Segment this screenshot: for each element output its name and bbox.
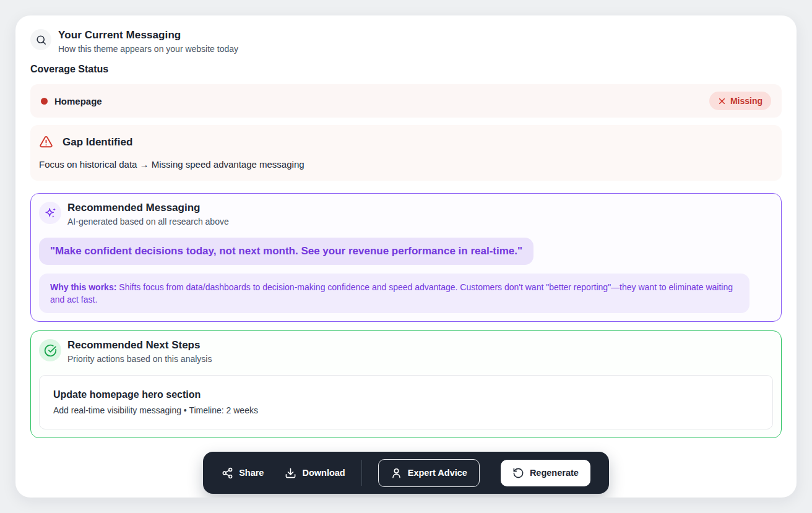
regenerate-button[interactable]: Regenerate <box>501 460 590 486</box>
next-steps-header-text: Recommended Next Steps Priority actions … <box>67 339 212 364</box>
toolbar-divider <box>361 460 362 486</box>
check-circle-icon <box>39 339 61 361</box>
user-icon <box>391 467 402 479</box>
panel-header: Your Current Messaging How this theme ap… <box>30 29 782 54</box>
action-item-title: Update homepage hero section <box>53 389 759 400</box>
expert-advice-button-label: Expert Advice <box>408 468 467 478</box>
why-this-works: Why this works:Shifts focus from data/da… <box>39 274 749 313</box>
header-text: Your Current Messaging How this theme ap… <box>58 29 238 54</box>
next-steps-title: Recommended Next Steps <box>67 339 212 351</box>
recommended-messaging-title: Recommended Messaging <box>67 202 229 214</box>
gap-description: Focus on historical data → Missing speed… <box>39 159 773 170</box>
action-item-meta: Add real-time visibility messaging • Tim… <box>53 405 759 415</box>
rotate-ccw-icon <box>512 467 524 479</box>
main-panel: Your Current Messaging How this theme ap… <box>15 15 797 498</box>
status-dot <box>41 98 48 105</box>
x-icon <box>718 97 726 105</box>
status-badge: Missing <box>709 92 771 110</box>
download-button[interactable]: Download <box>285 467 345 479</box>
expert-advice-button[interactable]: Expert Advice <box>378 459 480 487</box>
download-icon <box>285 467 296 479</box>
share-button-label: Share <box>239 468 264 478</box>
share-button[interactable]: Share <box>222 467 264 479</box>
next-steps-subtitle: Priority actions based on this analysis <box>67 354 212 364</box>
gap-title: Gap Identified <box>63 136 132 149</box>
search-icon <box>30 29 51 50</box>
coverage-status-heading: Coverage Status <box>30 64 782 75</box>
next-steps-header: Recommended Next Steps Priority actions … <box>39 339 773 364</box>
recommended-messaging-card: Recommended Messaging AI-generated based… <box>30 193 782 322</box>
gap-identified-section: Gap Identified Focus on historical data … <box>30 125 782 181</box>
coverage-row-homepage: Homepage Missing <box>30 84 782 118</box>
recommended-quote: "Make confident decisions today, not nex… <box>39 238 533 265</box>
why-this-works-label: Why this works: <box>50 282 116 292</box>
why-this-works-text: Shifts focus from data/dashboards to dec… <box>50 282 733 304</box>
gap-header: Gap Identified <box>39 135 773 149</box>
download-button-label: Download <box>302 468 345 478</box>
alert-triangle-icon <box>39 135 53 149</box>
recommended-messaging-header: Recommended Messaging AI-generated based… <box>39 202 773 226</box>
action-toolbar: Share Download Expert Advice Regenerate <box>203 452 609 494</box>
page-subtitle: How this theme appears on your website t… <box>58 44 238 54</box>
coverage-row-label: Homepage <box>54 96 102 106</box>
status-badge-label: Missing <box>730 96 762 106</box>
recommended-next-steps-card: Recommended Next Steps Priority actions … <box>30 330 782 438</box>
recommended-messaging-header-text: Recommended Messaging AI-generated based… <box>67 202 229 226</box>
page-title: Your Current Messaging <box>58 29 238 41</box>
action-item: Update homepage hero section Add real-ti… <box>39 375 773 429</box>
regenerate-button-label: Regenerate <box>530 468 579 478</box>
recommended-messaging-subtitle: AI-generated based on all research above <box>67 217 229 226</box>
sparkles-icon <box>39 202 61 224</box>
share-icon <box>222 467 233 479</box>
